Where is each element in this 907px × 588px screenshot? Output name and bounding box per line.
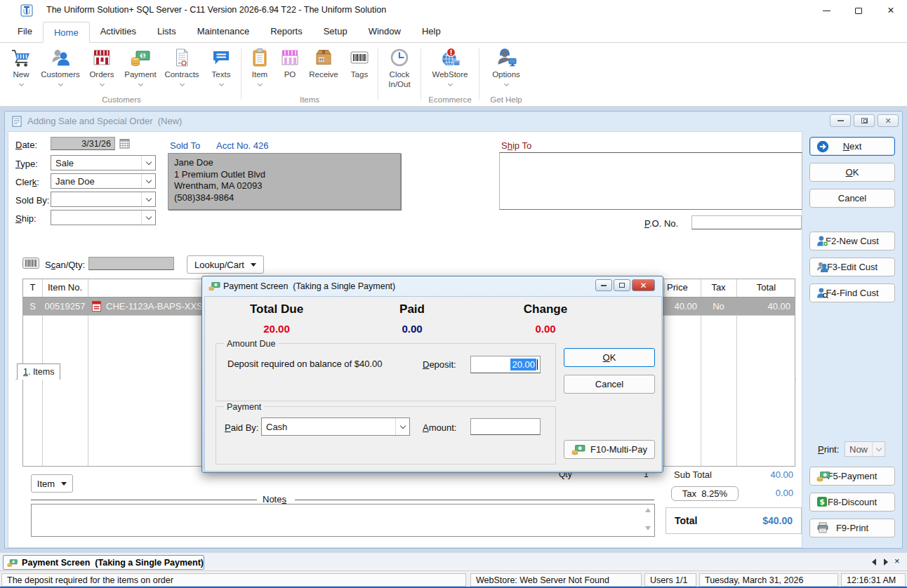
notes-textarea[interactable]	[31, 504, 655, 537]
scroll-right-icon[interactable]	[884, 559, 888, 566]
chevron-down-icon	[141, 192, 155, 206]
ribbon-contracts-button[interactable]: Contracts	[160, 44, 204, 86]
status-users: Users 1/1	[644, 573, 696, 587]
dropdown-chevron-icon	[99, 81, 104, 86]
f4-find-cust-button[interactable]: F4-Find Cust	[809, 283, 895, 302]
ribbon-payment-button[interactable]: $ Payment	[121, 44, 160, 86]
col-header-tax: Tax	[701, 282, 736, 293]
order-window-restore-button[interactable]	[854, 114, 875, 127]
order-window-close-button[interactable]: ✕	[878, 114, 899, 127]
amount-due-legend: Amount Due	[224, 339, 278, 349]
menu-window[interactable]: Window	[358, 21, 411, 42]
menu-home[interactable]: Home	[43, 22, 90, 43]
calendar-icon[interactable]	[119, 138, 130, 149]
dialog-close-button[interactable]: ✕	[632, 279, 655, 291]
payment-screen-task-tab[interactable]: Payment Screen (Taking a Single Payment)	[3, 555, 204, 570]
ribbon-separator	[241, 48, 241, 100]
status-webstore: WebStore: Web Server Not Found	[470, 573, 642, 587]
dropdown-chevron-icon	[447, 81, 452, 86]
ribbon-group-customers: New Customers Orders $ Payment Contracts	[4, 44, 239, 106]
printer-icon	[816, 522, 829, 533]
ribbon-tags-button[interactable]: Tags	[343, 44, 376, 80]
f9-print-button[interactable]: F9-Print	[809, 519, 895, 537]
ribbon-options-button[interactable]: Options	[482, 44, 531, 86]
f8-discount-button[interactable]: $ F8-Discount	[809, 493, 895, 512]
amount-input[interactable]	[470, 418, 541, 435]
clerk-select[interactable]: Jane Doe	[51, 173, 156, 189]
f5-payment-button[interactable]: F5-Payment	[809, 467, 895, 486]
order-window-minimize-button[interactable]	[830, 114, 851, 127]
ribbon-item-button[interactable]: Item	[244, 44, 276, 86]
cell-item-no: 00519257	[42, 301, 88, 312]
po-no-input[interactable]	[691, 215, 802, 229]
menu-activities[interactable]: Activities	[90, 21, 147, 42]
payment-dialog-titlebar: Payment Screen (Taking a Single Payment)…	[202, 276, 663, 296]
dialog-ok-button[interactable]: OK	[564, 348, 655, 367]
notes-scroll-down-icon[interactable]	[645, 526, 651, 530]
date-input[interactable]: 3/31/26	[51, 137, 115, 150]
f10-multi-pay-button[interactable]: F10-Multi-Pay	[564, 440, 655, 459]
tax-rate-button[interactable]: Tax 8.25%	[671, 486, 739, 501]
person-edit-icon	[816, 261, 828, 273]
close-button[interactable]: ×	[875, 0, 907, 21]
notes-scroll-up-icon[interactable]	[645, 508, 651, 512]
menu-file[interactable]: File	[7, 21, 43, 42]
titlebar: The Uniform Solution+ SQL Server - C11 V…	[0, 0, 907, 21]
payment-dialog-title: Payment Screen (Taking a Single Payment)	[223, 281, 395, 291]
ship-select[interactable]	[51, 210, 156, 225]
f3-edit-cust-button[interactable]: F3-Edit Cust	[809, 258, 895, 276]
ship-to-box[interactable]	[499, 152, 802, 210]
ok-button[interactable]: OK	[809, 163, 895, 182]
ribbon-customers-button[interactable]: Customers	[38, 44, 83, 86]
ribbon-orders-button[interactable]: Orders	[83, 44, 121, 86]
dialog-cancel-button[interactable]: Cancel	[564, 375, 655, 394]
taskbar-close-icon[interactable]: ×	[894, 556, 900, 566]
scroll-left-icon[interactable]	[872, 559, 876, 566]
sold-to-link[interactable]: Sold To	[170, 140, 200, 151]
menu-help[interactable]: Help	[411, 21, 451, 42]
dialog-minimize-button[interactable]	[595, 279, 612, 291]
tab-items[interactable]: 1. Items	[17, 363, 60, 380]
orders-storefront-icon	[91, 46, 113, 69]
ribbon-texts-button[interactable]: Texts	[204, 44, 239, 86]
app-logo-icon	[20, 4, 33, 17]
paid-by-select[interactable]: Cash	[261, 417, 410, 436]
menu-lists[interactable]: Lists	[147, 21, 187, 42]
ribbon-receive-button[interactable]: Receive	[304, 44, 343, 80]
maximize-button[interactable]	[842, 0, 875, 21]
dialog-maximize-button[interactable]	[614, 279, 630, 291]
change-header: Change	[503, 302, 588, 316]
scan-qty-input[interactable]	[88, 257, 174, 270]
window-taskbar: Payment Screen (Taking a Single Payment)…	[0, 552, 907, 570]
minimize-button[interactable]	[810, 0, 842, 21]
mdi-workspace: Adding Sale and Special Order (New) ✕ Da…	[0, 107, 907, 552]
selected-text: 20.00	[510, 359, 536, 370]
ribbon-group-label-get-help: Get Help	[482, 95, 531, 106]
sold-by-select[interactable]	[51, 192, 156, 207]
col-header-total: Total	[736, 282, 796, 293]
acct-no-link[interactable]: Acct No. 426	[216, 140, 268, 151]
ribbon-webstore-button[interactable]: WebStore	[423, 44, 477, 86]
dropdown-arrow-icon	[251, 263, 256, 267]
deposit-input[interactable]: 20.00	[470, 356, 541, 373]
money-icon	[208, 281, 220, 291]
type-select[interactable]: Sale	[51, 155, 156, 171]
ribbon-new-button[interactable]: New	[4, 44, 38, 86]
ribbon-po-button[interactable]: PO	[276, 44, 304, 80]
menu-maintenance[interactable]: Maintenance	[187, 21, 260, 42]
chevron-down-icon	[395, 418, 409, 435]
barcode-scan-icon	[22, 258, 39, 269]
scan-qty-label: Scan/Qty:	[45, 260, 85, 270]
f2-new-cust-button[interactable]: F2-New Cust	[809, 232, 895, 250]
col-header-price: Price	[667, 282, 688, 293]
lookup-cart-button[interactable]: Lookup/Cart	[187, 255, 264, 274]
texts-speech-bubble-icon	[210, 46, 232, 69]
ribbon-clock-inout-button[interactable]: Clock In/Out	[380, 44, 418, 90]
next-button[interactable]: Next	[809, 137, 895, 156]
money-icon	[571, 443, 585, 455]
item-menu-button[interactable]: Item	[31, 474, 73, 493]
menu-reports[interactable]: Reports	[260, 21, 313, 42]
menu-setup[interactable]: Setup	[313, 21, 358, 42]
print-select[interactable]: Now	[845, 441, 885, 457]
cancel-button[interactable]: Cancel	[809, 189, 895, 208]
